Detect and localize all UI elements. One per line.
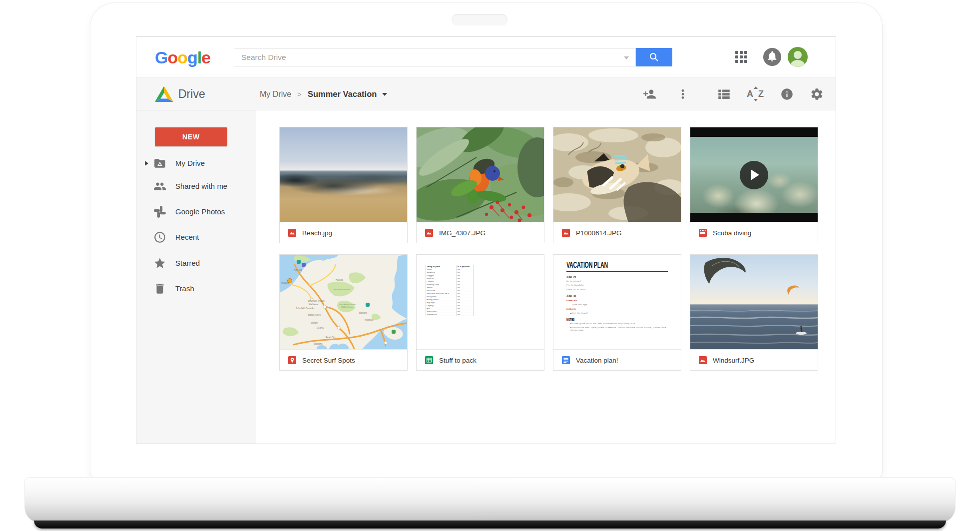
map-thumbnail: Hale'iwa Waialua Hau'ula Whitmore Villag…: [280, 255, 407, 350]
breadcrumb-my-drive[interactable]: My Drive: [260, 90, 291, 99]
map-label: Hale'iwa: [294, 269, 302, 271]
map-label: Oahu Forest National: [339, 304, 356, 306]
file-footer: Windsurf.JPG: [690, 350, 818, 370]
search-button[interactable]: [636, 48, 672, 66]
map-label: Ewa Forest Reserve: [334, 289, 350, 291]
drive-logo-icon[interactable]: [155, 86, 173, 102]
laptop-camera-notch: [452, 14, 507, 25]
sort-letter-z: Z: [758, 89, 764, 99]
spreadsheet-thumbnail: Thing to packIs it packed?TowelnoSwimsui…: [417, 255, 544, 350]
breadcrumb-separator: >: [297, 90, 302, 98]
file-name: Stuff to pack: [439, 357, 477, 364]
bell-icon: [763, 48, 781, 66]
image-file-icon: [425, 229, 433, 237]
doc-heading: JUNE 30: [566, 294, 658, 298]
map-label: O'ahu: [317, 326, 324, 329]
info-icon[interactable]: [780, 87, 794, 101]
folder-menu-caret-icon[interactable]: [382, 93, 387, 96]
file-card-fish[interactable]: P1000614.JPG: [553, 127, 681, 243]
file-card-spreadsheet[interactable]: Thing to packIs it packed?TowelnoSwimsui…: [416, 254, 544, 371]
expand-arrow-icon[interactable]: [145, 161, 148, 166]
sidebar-item-recent[interactable]: Recent: [136, 226, 256, 249]
settings-gear-icon[interactable]: [810, 87, 824, 101]
logo-letter: l: [197, 48, 201, 67]
file-name: Beach.jpg: [302, 229, 332, 237]
topbar: Google: [136, 37, 836, 78]
sidebar-item-label: Starred: [175, 252, 200, 275]
file-footer: Stuff to pack: [417, 350, 544, 370]
add-person-icon[interactable]: [643, 87, 656, 101]
product-name[interactable]: Drive: [178, 78, 205, 110]
doc-subheading: Breakfast: [566, 299, 668, 302]
file-footer: P1000614.JPG: [553, 223, 681, 243]
doc-line: Check in at hotel: [566, 288, 668, 291]
file-name: Secret Surf Spots: [302, 357, 355, 364]
file-card-beach[interactable]: Beach.jpg: [279, 127, 408, 243]
search-box: [234, 48, 636, 66]
map-file-icon: [288, 356, 296, 364]
sidebar-item-google-photos[interactable]: Google Photos: [136, 200, 256, 223]
laptop-base-edge: [34, 521, 946, 529]
image-file-icon: [699, 356, 707, 364]
new-button[interactable]: NEW: [155, 127, 227, 146]
search-input[interactable]: [234, 48, 635, 66]
doc-line: Vestibulum ante ipsum primis elementum, …: [570, 326, 668, 331]
sidebar-item-trash[interactable]: Trash: [136, 277, 256, 300]
sidebar-item-my-drive[interactable]: My Drive: [136, 152, 256, 175]
doc-line: Spam and eggs: [572, 303, 668, 306]
sidebar-item-label: My Drive: [175, 152, 205, 175]
file-card-scuba-video[interactable]: Scuba diving: [690, 127, 818, 243]
star-icon: [153, 257, 166, 270]
notifications-button[interactable]: [763, 48, 781, 68]
clock-icon: [153, 231, 166, 244]
map-label: Waipio Acres: [308, 314, 321, 316]
video-file-icon: [699, 229, 707, 237]
trash-icon: [153, 282, 166, 295]
video-frame: [690, 137, 818, 213]
doc-line: Hit the beach!: [570, 312, 668, 314]
sidebar-item-shared-with-me[interactable]: Shared with me: [136, 175, 256, 198]
map-label: Waipahu: [314, 343, 323, 345]
doc-title-rule: [566, 271, 668, 272]
file-card-map[interactable]: Hale'iwa Waialua Hau'ula Whitmore Villag…: [279, 254, 408, 371]
file-card-parrot[interactable]: IMG_4307.JPG: [416, 127, 544, 243]
search-icon: [649, 52, 659, 62]
map-label: Schofield Barracks: [296, 307, 315, 310]
image-file-icon: [288, 229, 296, 237]
logo-letter: o: [177, 48, 187, 67]
avatar-shoulders: [791, 60, 805, 67]
map-label: Hau'ula: [336, 279, 344, 281]
people-icon: [153, 180, 166, 193]
file-card-document[interactable]: VACATION PLAN JUNE 29 Go to airport Fly …: [553, 254, 681, 371]
breadcrumb-current-folder[interactable]: Summer Vacation: [308, 89, 377, 99]
doc-line: Lorem ipsum dolor sit amet consectetuer …: [570, 322, 668, 325]
map-label: Waikane: [359, 312, 368, 314]
apps-grid-icon[interactable]: [735, 51, 748, 64]
sheet-preview-table: Thing to packIs it packed?TowelnoSwimsui…: [426, 265, 474, 316]
breadcrumb: My Drive > Summer Vacation: [260, 78, 387, 110]
file-footer: Scuba diving: [690, 223, 818, 243]
search-options-caret-icon[interactable]: [624, 56, 629, 59]
windsurf-photo-thumbnail: [690, 255, 818, 350]
document-thumbnail: VACATION PLAN JUNE 29 Go to airport Fly …: [553, 255, 681, 350]
laptop-base: [25, 478, 955, 523]
more-options-icon[interactable]: [677, 87, 689, 101]
drive-toolbar: Drive My Drive > Summer Vacation A Z: [136, 78, 836, 110]
file-footer: Vacation plan!: [553, 350, 681, 370]
account-avatar[interactable]: [788, 47, 808, 67]
logo-letter: G: [155, 48, 167, 67]
google-logo[interactable]: Google: [155, 48, 210, 67]
map-label: Mililani: [311, 322, 318, 324]
drive-app-window: Google: [136, 37, 836, 444]
sort-arrows: [754, 86, 758, 101]
sidebar-item-label: Recent: [175, 226, 199, 249]
list-view-icon[interactable]: [717, 87, 731, 101]
sort-az-icon[interactable]: A Z: [747, 87, 764, 101]
fish-photo-thumbnail: [553, 127, 681, 222]
doc-title: VACATION PLAN: [566, 261, 649, 270]
sidebar-item-starred[interactable]: Starred: [136, 252, 256, 275]
play-button-icon[interactable]: [740, 161, 768, 189]
document-file-icon: [562, 356, 570, 364]
doc-heading: JUNE 29: [566, 275, 658, 279]
file-card-windsurf[interactable]: Windsurf.JPG: [690, 254, 818, 371]
